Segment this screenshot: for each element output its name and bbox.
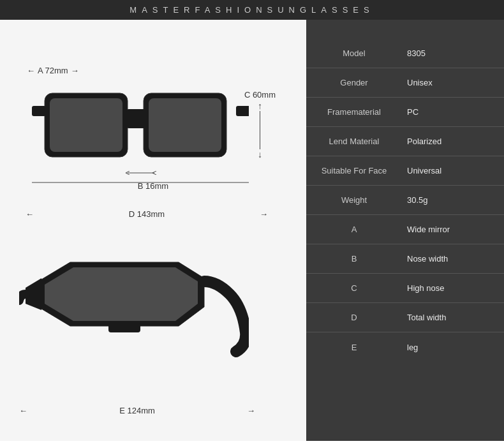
spec-value: Polarized — [402, 130, 504, 152]
spec-row: Suitable For Face Universal — [306, 156, 504, 186]
header-bar: MASTERFASHIONSUNGLASSES — [0, 0, 504, 20]
spec-value: Nose width — [402, 248, 504, 270]
specs-panel: Model 8305 Gender Unisex Framematerial P… — [306, 20, 504, 441]
spec-key: Model — [306, 42, 402, 64]
spec-value: Total width — [402, 306, 504, 329]
spec-key: Suitable For Face — [306, 160, 402, 182]
spec-row: A Wide mirror — [306, 215, 504, 244]
svg-rect-12 — [108, 323, 140, 332]
brand-title: MASTERFASHIONSUNGLASSES — [130, 5, 374, 15]
spec-key: Lend Material — [306, 130, 402, 152]
spec-value: 30.5g — [402, 189, 504, 211]
spec-value: Unisex — [402, 71, 504, 94]
dim-a-label: ← A 72mm → — [27, 66, 79, 75]
spec-row: D Total width — [306, 303, 504, 332]
spec-key: D — [306, 306, 402, 329]
spec-row: Weight 30.5g — [306, 186, 504, 215]
spec-value: Universal — [402, 160, 504, 182]
spec-row: B Nose width — [306, 244, 504, 274]
spec-row: Framematerial PC — [306, 98, 504, 127]
side-glasses-diagram: ← E 124mm → — [13, 237, 293, 422]
spec-key: C — [306, 277, 402, 299]
spec-key: B — [306, 248, 402, 270]
spec-key: Weight — [306, 189, 402, 211]
spec-key: A — [306, 218, 402, 241]
dim-b-label: B 16mm — [138, 181, 168, 191]
spec-key: Gender — [306, 71, 402, 94]
spec-row: E leg — [306, 332, 504, 362]
dim-e-label: ← E 124mm → — [19, 406, 255, 415]
spec-value: High nose — [402, 277, 504, 299]
product-image-panel: ← A 72mm → — [0, 20, 306, 441]
spec-row: Model 8305 — [306, 39, 504, 68]
spec-key: E — [306, 336, 402, 359]
spec-value: PC — [402, 101, 504, 123]
spec-key: Framematerial — [306, 101, 402, 123]
spec-value: 8305 — [402, 42, 504, 64]
spec-row: Gender Unisex — [306, 68, 504, 98]
glasses-side-view — [19, 243, 249, 377]
svg-rect-3 — [50, 98, 122, 152]
specs-table: Model 8305 Gender Unisex Framematerial P… — [306, 39, 504, 362]
spec-value: leg — [402, 336, 504, 359]
top-glasses-diagram: ← A 72mm → — [13, 33, 293, 230]
dim-d-label: ← D 143mm → — [26, 209, 268, 219]
glasses-top-view — [32, 77, 249, 192]
svg-rect-5 — [32, 106, 46, 116]
svg-marker-10 — [45, 267, 198, 321]
spec-row: C High nose — [306, 274, 504, 303]
spec-value: Wide mirror — [402, 218, 504, 241]
dim-c-area: C 60mm ↑ ↓ — [244, 90, 276, 160]
spec-row: Lend Material Polarized — [306, 127, 504, 156]
svg-rect-4 — [149, 98, 221, 152]
